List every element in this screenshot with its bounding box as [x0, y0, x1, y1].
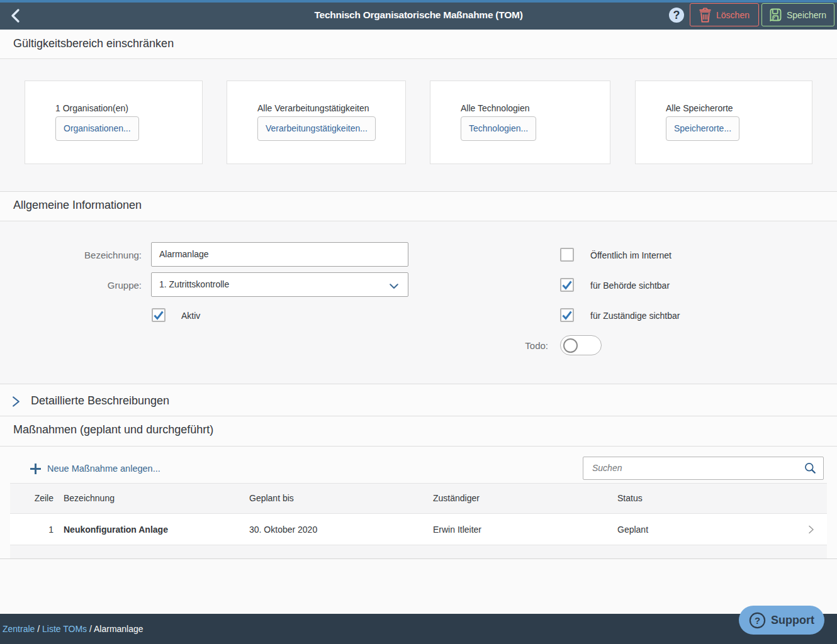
svg-text:?: ? — [755, 615, 760, 626]
